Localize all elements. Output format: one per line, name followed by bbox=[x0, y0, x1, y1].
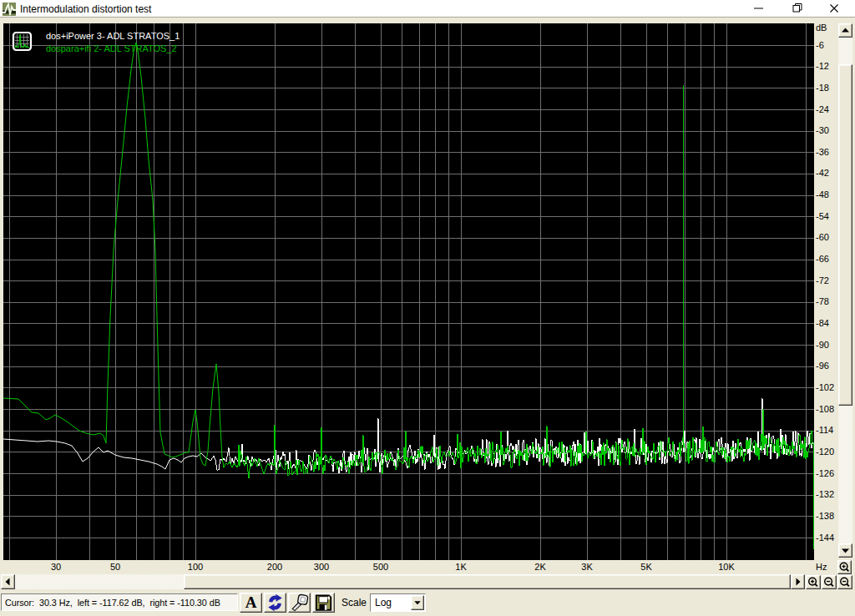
svg-text:-30: -30 bbox=[816, 125, 829, 135]
svg-text:10K: 10K bbox=[718, 562, 735, 572]
svg-text:dospara+ifi 2- ADL STRATOS_2: dospara+ifi 2- ADL STRATOS_2 bbox=[46, 43, 177, 53]
svg-text:5K: 5K bbox=[640, 562, 652, 572]
svg-text:-78: -78 bbox=[816, 296, 829, 306]
svg-text:500: 500 bbox=[373, 562, 388, 572]
svg-text:-36: -36 bbox=[816, 147, 829, 157]
svg-text:-138: -138 bbox=[816, 511, 834, 521]
svg-text:1K: 1K bbox=[455, 562, 467, 572]
svg-text:-120: -120 bbox=[816, 447, 834, 457]
svg-text:-84: -84 bbox=[816, 318, 829, 328]
svg-text:-24: -24 bbox=[816, 104, 829, 114]
svg-text:-90: -90 bbox=[816, 340, 829, 350]
svg-text:3K: 3K bbox=[581, 562, 593, 572]
svg-text:-96: -96 bbox=[816, 361, 829, 371]
svg-text:2K: 2K bbox=[534, 562, 546, 572]
svg-text:dB: dB bbox=[816, 23, 827, 33]
svg-text:-132: -132 bbox=[816, 489, 834, 499]
svg-text:-60: -60 bbox=[816, 232, 829, 242]
svg-text:-18: -18 bbox=[816, 83, 829, 93]
svg-text:Hz: Hz bbox=[816, 562, 827, 572]
svg-text:-54: -54 bbox=[816, 211, 829, 221]
svg-text:-114: -114 bbox=[816, 425, 833, 435]
svg-text:-6: -6 bbox=[816, 40, 824, 50]
svg-text:30: 30 bbox=[51, 562, 61, 572]
svg-text:-72: -72 bbox=[816, 275, 829, 285]
svg-text:-48: -48 bbox=[816, 189, 829, 199]
svg-text:50: 50 bbox=[110, 562, 120, 572]
svg-text:-144: -144 bbox=[816, 533, 834, 543]
svg-text:300: 300 bbox=[314, 562, 329, 572]
svg-text:100: 100 bbox=[188, 562, 203, 572]
svg-text:-12: -12 bbox=[816, 61, 829, 71]
svg-text:200: 200 bbox=[267, 562, 282, 572]
svg-text:-102: -102 bbox=[816, 382, 834, 392]
svg-text:-66: -66 bbox=[816, 254, 829, 264]
svg-text:-126: -126 bbox=[816, 468, 834, 478]
svg-text:-108: -108 bbox=[816, 404, 834, 414]
svg-text:dos+iPower 3- ADL STRATOS_1: dos+iPower 3- ADL STRATOS_1 bbox=[46, 31, 180, 41]
svg-text:-42: -42 bbox=[816, 168, 829, 178]
